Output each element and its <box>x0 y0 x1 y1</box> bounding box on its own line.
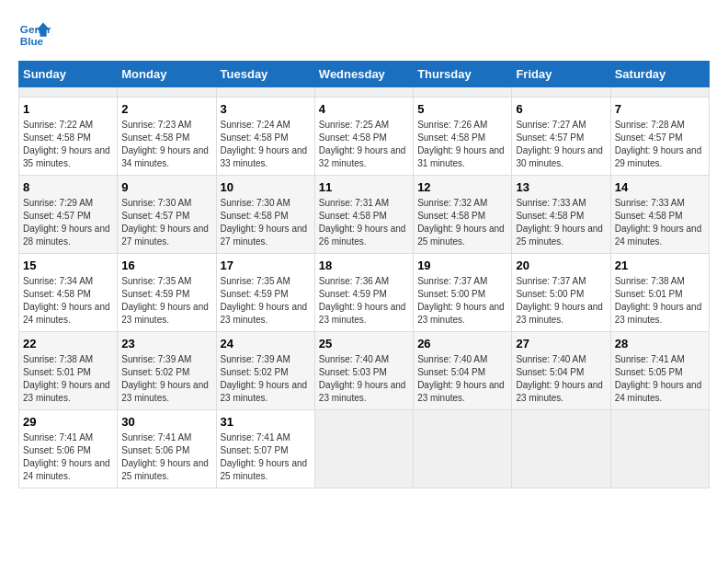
day-info: Sunrise: 7:41 AM Sunset: 5:06 PM Dayligh… <box>121 431 211 483</box>
day-info: Sunrise: 7:30 AM Sunset: 4:58 PM Dayligh… <box>221 197 311 248</box>
day-number: 18 <box>319 259 409 272</box>
calendar-week-row <box>19 87 710 98</box>
calendar-day-cell <box>512 410 610 488</box>
weekday-header: Friday <box>512 62 610 87</box>
calendar-day-cell: 2 Sunrise: 7:23 AM Sunset: 4:58 PM Dayli… <box>118 98 216 176</box>
calendar-week-row: 15 Sunrise: 7:34 AM Sunset: 4:58 PM Dayl… <box>19 254 710 332</box>
day-number: 30 <box>121 415 211 429</box>
calendar-day-cell <box>216 87 314 98</box>
day-info: Sunrise: 7:25 AM Sunset: 4:58 PM Dayligh… <box>319 119 409 170</box>
weekday-header: Thursday <box>414 62 512 87</box>
day-info: Sunrise: 7:22 AM Sunset: 4:58 PM Dayligh… <box>23 119 113 170</box>
day-info: Sunrise: 7:30 AM Sunset: 4:57 PM Dayligh… <box>121 197 211 248</box>
calendar-day-cell <box>118 87 216 98</box>
calendar-week-row: 22 Sunrise: 7:38 AM Sunset: 5:01 PM Dayl… <box>19 332 710 410</box>
day-number: 11 <box>319 180 409 194</box>
logo-icon: General Blue <box>18 18 51 52</box>
calendar-day-cell: 23 Sunrise: 7:39 AM Sunset: 5:02 PM Dayl… <box>118 332 216 410</box>
day-info: Sunrise: 7:27 AM Sunset: 4:57 PM Dayligh… <box>516 119 606 170</box>
calendar-day-cell <box>512 87 610 98</box>
calendar-day-cell: 1 Sunrise: 7:22 AM Sunset: 4:58 PM Dayli… <box>19 98 118 176</box>
calendar-day-cell: 27 Sunrise: 7:40 AM Sunset: 5:04 PM Dayl… <box>512 332 610 410</box>
calendar-day-cell: 28 Sunrise: 7:41 AM Sunset: 5:05 PM Dayl… <box>610 332 709 410</box>
day-number: 27 <box>516 337 606 350</box>
weekday-header: Tuesday <box>216 62 314 87</box>
day-number: 6 <box>516 102 606 116</box>
day-number: 10 <box>221 180 311 194</box>
day-number: 21 <box>615 259 705 272</box>
day-info: Sunrise: 7:40 AM Sunset: 5:04 PM Dayligh… <box>516 353 606 405</box>
calendar-day-cell: 16 Sunrise: 7:35 AM Sunset: 4:59 PM Dayl… <box>118 254 216 332</box>
weekday-header: Wednesday <box>314 62 413 87</box>
calendar-day-cell: 10 Sunrise: 7:30 AM Sunset: 4:58 PM Dayl… <box>216 176 314 254</box>
calendar-day-cell: 25 Sunrise: 7:40 AM Sunset: 5:03 PM Dayl… <box>314 332 413 410</box>
weekday-header: Sunday <box>19 62 118 87</box>
calendar-day-cell: 18 Sunrise: 7:36 AM Sunset: 4:59 PM Dayl… <box>314 254 413 332</box>
calendar-day-cell: 14 Sunrise: 7:33 AM Sunset: 4:58 PM Dayl… <box>610 176 709 254</box>
weekday-header-row: SundayMondayTuesdayWednesdayThursdayFrid… <box>19 62 710 87</box>
day-info: Sunrise: 7:37 AM Sunset: 5:00 PM Dayligh… <box>516 275 606 327</box>
weekday-header: Saturday <box>610 62 709 87</box>
day-info: Sunrise: 7:40 AM Sunset: 5:03 PM Dayligh… <box>319 353 409 405</box>
day-number: 4 <box>319 102 409 116</box>
calendar-day-cell <box>414 410 512 488</box>
day-number: 2 <box>121 102 211 116</box>
day-number: 3 <box>221 102 311 116</box>
calendar-day-cell: 13 Sunrise: 7:33 AM Sunset: 4:58 PM Dayl… <box>512 176 610 254</box>
calendar-day-cell: 4 Sunrise: 7:25 AM Sunset: 4:58 PM Dayli… <box>314 98 413 176</box>
day-number: 12 <box>417 180 507 194</box>
calendar-day-cell: 20 Sunrise: 7:37 AM Sunset: 5:00 PM Dayl… <box>512 254 610 332</box>
day-number: 24 <box>221 337 311 350</box>
calendar-day-cell: 22 Sunrise: 7:38 AM Sunset: 5:01 PM Dayl… <box>19 332 118 410</box>
day-number: 9 <box>121 180 211 194</box>
day-number: 13 <box>516 180 606 194</box>
day-info: Sunrise: 7:36 AM Sunset: 4:59 PM Dayligh… <box>319 275 409 327</box>
day-number: 23 <box>121 337 211 350</box>
day-info: Sunrise: 7:32 AM Sunset: 4:58 PM Dayligh… <box>417 197 507 248</box>
calendar-week-row: 29 Sunrise: 7:41 AM Sunset: 5:06 PM Dayl… <box>19 410 710 488</box>
day-info: Sunrise: 7:37 AM Sunset: 5:00 PM Dayligh… <box>417 275 507 327</box>
day-info: Sunrise: 7:29 AM Sunset: 4:57 PM Dayligh… <box>23 197 113 248</box>
calendar-day-cell: 5 Sunrise: 7:26 AM Sunset: 4:58 PM Dayli… <box>414 98 512 176</box>
calendar-week-row: 8 Sunrise: 7:29 AM Sunset: 4:57 PM Dayli… <box>19 176 710 254</box>
day-info: Sunrise: 7:34 AM Sunset: 4:58 PM Dayligh… <box>23 275 113 327</box>
day-number: 20 <box>516 259 606 272</box>
calendar-day-cell: 21 Sunrise: 7:38 AM Sunset: 5:01 PM Dayl… <box>610 254 709 332</box>
calendar-day-cell: 12 Sunrise: 7:32 AM Sunset: 4:58 PM Dayl… <box>414 176 512 254</box>
day-number: 28 <box>615 337 705 350</box>
calendar-table: SundayMondayTuesdayWednesdayThursdayFrid… <box>18 61 710 488</box>
day-info: Sunrise: 7:35 AM Sunset: 4:59 PM Dayligh… <box>221 275 311 327</box>
calendar-day-cell <box>314 87 413 98</box>
logo: General Blue <box>18 18 51 52</box>
day-info: Sunrise: 7:39 AM Sunset: 5:02 PM Dayligh… <box>221 353 311 405</box>
calendar-week-row: 1 Sunrise: 7:22 AM Sunset: 4:58 PM Dayli… <box>19 98 710 176</box>
day-info: Sunrise: 7:38 AM Sunset: 5:01 PM Dayligh… <box>615 275 705 327</box>
calendar-day-cell: 24 Sunrise: 7:39 AM Sunset: 5:02 PM Dayl… <box>216 332 314 410</box>
calendar-day-cell: 19 Sunrise: 7:37 AM Sunset: 5:00 PM Dayl… <box>414 254 512 332</box>
page-header: General Blue <box>18 18 710 52</box>
day-info: Sunrise: 7:41 AM Sunset: 5:06 PM Dayligh… <box>23 431 113 483</box>
day-info: Sunrise: 7:33 AM Sunset: 4:58 PM Dayligh… <box>516 197 606 248</box>
day-number: 7 <box>615 102 705 116</box>
day-number: 8 <box>23 180 113 194</box>
calendar-day-cell: 26 Sunrise: 7:40 AM Sunset: 5:04 PM Dayl… <box>414 332 512 410</box>
day-number: 15 <box>23 259 113 272</box>
day-info: Sunrise: 7:26 AM Sunset: 4:58 PM Dayligh… <box>417 119 507 170</box>
weekday-header: Monday <box>118 62 216 87</box>
calendar-day-cell: 3 Sunrise: 7:24 AM Sunset: 4:58 PM Dayli… <box>216 98 314 176</box>
calendar-day-cell: 29 Sunrise: 7:41 AM Sunset: 5:06 PM Dayl… <box>19 410 118 488</box>
day-number: 26 <box>417 337 507 350</box>
calendar-day-cell: 9 Sunrise: 7:30 AM Sunset: 4:57 PM Dayli… <box>118 176 216 254</box>
day-info: Sunrise: 7:33 AM Sunset: 4:58 PM Dayligh… <box>615 197 705 248</box>
calendar-day-cell: 11 Sunrise: 7:31 AM Sunset: 4:58 PM Dayl… <box>314 176 413 254</box>
day-info: Sunrise: 7:23 AM Sunset: 4:58 PM Dayligh… <box>121 119 211 170</box>
day-number: 14 <box>615 180 705 194</box>
day-info: Sunrise: 7:35 AM Sunset: 4:59 PM Dayligh… <box>121 275 211 327</box>
day-info: Sunrise: 7:41 AM Sunset: 5:05 PM Dayligh… <box>615 353 705 405</box>
calendar-day-cell <box>414 87 512 98</box>
day-number: 5 <box>417 102 507 116</box>
calendar-day-cell <box>314 410 413 488</box>
day-info: Sunrise: 7:40 AM Sunset: 5:04 PM Dayligh… <box>417 353 507 405</box>
calendar-day-cell: 30 Sunrise: 7:41 AM Sunset: 5:06 PM Dayl… <box>118 410 216 488</box>
day-number: 29 <box>23 415 113 429</box>
